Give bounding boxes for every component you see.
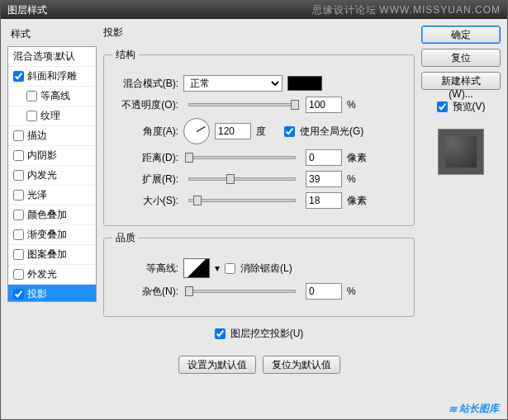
spread-input[interactable]: [306, 171, 342, 187]
style-checkbox[interactable]: [13, 170, 24, 181]
sidebar-heading: 样式: [7, 26, 97, 46]
angle-input[interactable]: [215, 123, 251, 139]
global-light-label: 使用全局光(G): [300, 125, 363, 139]
knockout-checkbox[interactable]: [215, 328, 226, 339]
blend-mode-select[interactable]: 正常: [183, 75, 282, 92]
style-item-11[interactable]: 外发光: [8, 265, 96, 285]
reset-default-button[interactable]: 复位为默认值: [263, 356, 340, 374]
quality-legend: 品质: [112, 231, 139, 245]
style-checkbox[interactable]: [26, 91, 37, 101]
style-item-8[interactable]: 颜色叠加: [8, 205, 96, 225]
watermark: 思缘设计论坛 WWW.MISSYUAN.COM: [312, 3, 501, 17]
preview-label: 预览(V): [453, 100, 486, 114]
contour-picker[interactable]: [183, 258, 210, 278]
chevron-down-icon[interactable]: ▾: [215, 262, 220, 274]
style-checkbox[interactable]: [26, 111, 37, 121]
quality-group: 品质 等高线: ▾ 消除锯齿(L) 杂色(N): %: [103, 231, 415, 317]
spread-unit: %: [347, 173, 370, 185]
style-checkbox[interactable]: [13, 210, 24, 220]
style-checkbox[interactable]: [13, 190, 24, 201]
style-item-1[interactable]: 斜面和浮雕: [8, 67, 96, 87]
footer-logo: ≋ 站长图库: [449, 402, 499, 416]
opacity-label: 不透明度(O):: [112, 98, 178, 112]
knockout-label: 图层挖空投影(U): [230, 327, 304, 341]
angle-unit: 度: [256, 125, 279, 139]
style-item-9[interactable]: 渐变叠加: [8, 225, 96, 245]
style-checkbox[interactable]: [13, 269, 24, 280]
spread-label: 扩展(R):: [112, 172, 178, 186]
distance-label: 距离(D):: [112, 151, 178, 165]
styles-sidebar: 样式 混合选项:默认斜面和浮雕等高线纹理描边内阴影内发光光泽颜色叠加渐变叠加图案…: [7, 26, 97, 413]
style-item-2[interactable]: 等高线: [8, 87, 96, 106]
structure-group: 结构 混合模式(B): 正常 不透明度(O): % 角度(A): 度: [103, 48, 415, 226]
style-item-label: 纹理: [40, 109, 60, 123]
style-checkbox[interactable]: [13, 229, 24, 240]
antialias-checkbox[interactable]: [225, 263, 235, 274]
style-item-label: 光泽: [27, 188, 47, 202]
swoosh-icon: ≋: [449, 403, 456, 415]
size-unit: 像素: [347, 194, 370, 208]
shadow-color-swatch[interactable]: [287, 76, 322, 91]
style-item-12[interactable]: 投影: [8, 285, 96, 302]
style-item-label: 描边: [27, 129, 47, 143]
style-item-label: 斜面和浮雕: [27, 69, 77, 83]
distance-unit: 像素: [347, 151, 370, 165]
style-item-0[interactable]: 混合选项:默认: [8, 47, 96, 67]
new-style-button[interactable]: 新建样式(W)...: [421, 72, 501, 90]
angle-label: 角度(A):: [112, 125, 178, 139]
main-panel: 投影 结构 混合模式(B): 正常 不透明度(O): % 角度(A):: [103, 26, 415, 413]
style-item-label: 等高线: [40, 89, 70, 103]
style-item-label: 内发光: [27, 168, 57, 182]
antialias-label: 消除锯齿(L): [240, 262, 292, 276]
noise-slider[interactable]: [188, 290, 296, 293]
style-checkbox[interactable]: [13, 249, 24, 260]
style-item-4[interactable]: 描边: [8, 126, 96, 146]
style-item-3[interactable]: 纹理: [8, 106, 96, 126]
size-input[interactable]: [306, 192, 342, 209]
distance-slider[interactable]: [188, 156, 296, 159]
window-title: 图层样式: [7, 3, 47, 17]
style-item-label: 颜色叠加: [27, 208, 67, 222]
ok-button[interactable]: 确定: [421, 26, 501, 44]
opacity-input[interactable]: [306, 97, 342, 113]
cancel-button[interactable]: 复位: [421, 49, 501, 67]
layer-style-dialog: 图层样式 思缘设计论坛 WWW.MISSYUAN.COM 样式 混合选项:默认斜…: [0, 0, 508, 420]
noise-input[interactable]: [306, 283, 342, 300]
style-item-7[interactable]: 光泽: [8, 186, 96, 205]
noise-unit: %: [347, 286, 370, 297]
size-slider[interactable]: [188, 199, 296, 202]
style-item-10[interactable]: 图案叠加: [8, 245, 96, 265]
style-item-label: 投影: [27, 287, 47, 301]
style-item-5[interactable]: 内阴影: [8, 146, 96, 166]
style-checkbox[interactable]: [13, 130, 24, 141]
preview-thumbnail: [438, 129, 484, 175]
distance-input[interactable]: [306, 149, 342, 166]
styles-list: 混合选项:默认斜面和浮雕等高线纹理描边内阴影内发光光泽颜色叠加渐变叠加图案叠加外…: [7, 46, 97, 302]
size-label: 大小(S):: [112, 194, 178, 208]
panel-title: 投影: [103, 26, 415, 40]
make-default-button[interactable]: 设置为默认值: [178, 356, 256, 374]
style-item-label: 图案叠加: [27, 248, 67, 262]
style-item-label: 混合选项:默认: [13, 50, 75, 64]
opacity-slider[interactable]: [188, 103, 296, 106]
style-item-label: 内阴影: [27, 149, 57, 163]
opacity-unit: %: [347, 99, 370, 111]
right-panel: 确定 复位 新建样式(W)... 预览(V): [421, 26, 501, 413]
style-item-label: 外发光: [27, 267, 57, 281]
noise-label: 杂色(N):: [112, 285, 178, 299]
global-light-checkbox[interactable]: [284, 126, 295, 137]
spread-slider[interactable]: [188, 177, 296, 181]
style-item-label: 渐变叠加: [27, 228, 67, 242]
titlebar: 图层样式 思缘设计论坛 WWW.MISSYUAN.COM: [1, 1, 507, 19]
style-item-6[interactable]: 内发光: [8, 166, 96, 186]
style-checkbox[interactable]: [13, 150, 24, 161]
contour-label: 等高线:: [112, 262, 178, 276]
preview-checkbox[interactable]: [437, 101, 448, 112]
style-checkbox[interactable]: [13, 289, 24, 300]
angle-dial[interactable]: [183, 118, 210, 144]
structure-legend: 结构: [112, 48, 139, 62]
blend-mode-label: 混合模式(B):: [112, 77, 178, 91]
style-checkbox[interactable]: [13, 71, 24, 82]
